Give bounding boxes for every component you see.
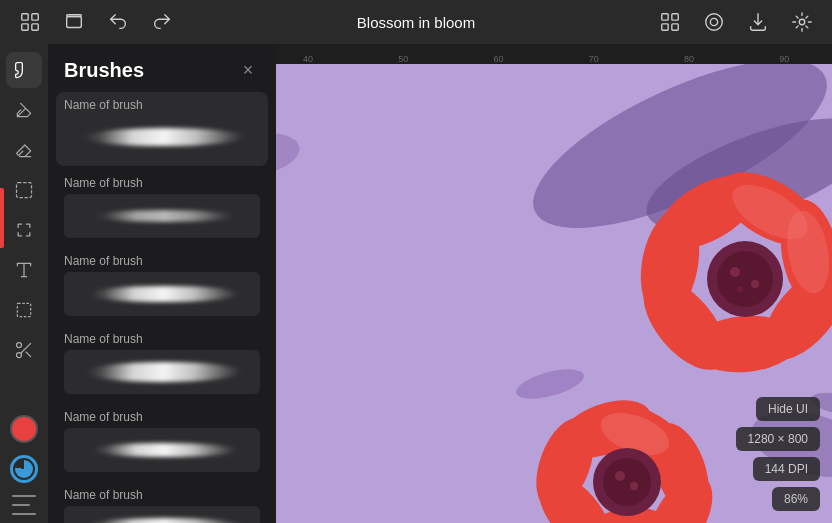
brush-list[interactable]: Name of brush Name of brush Name of brus… xyxy=(48,92,276,523)
slider-tool[interactable] xyxy=(12,495,36,515)
main-area: 20 30 40 50 60 70 80 90 xyxy=(0,44,832,523)
svg-rect-8 xyxy=(662,24,668,30)
svg-point-12 xyxy=(799,19,805,25)
brush-panel-header: Brushes × xyxy=(48,44,276,92)
brush-preview-1 xyxy=(64,116,260,160)
left-toolbar xyxy=(0,44,48,523)
resolution-badge: 1280 × 800 xyxy=(736,427,820,451)
svg-rect-14 xyxy=(17,303,30,316)
top-bar: Blossom in bloom xyxy=(0,0,832,44)
brush-stroke-5 xyxy=(91,443,237,457)
svg-rect-9 xyxy=(672,24,678,30)
brush-name-2: Name of brush xyxy=(64,176,260,190)
toolbar-right xyxy=(656,8,816,36)
brush-item-3[interactable]: Name of brush xyxy=(56,248,268,322)
svg-rect-6 xyxy=(662,14,668,20)
brush-name-3: Name of brush xyxy=(64,254,260,268)
ruler-mark-70: 70 xyxy=(546,54,641,64)
preview-button[interactable] xyxy=(700,8,728,36)
brush-name-6: Name of brush xyxy=(64,488,260,502)
selection-marquee-tool[interactable] xyxy=(6,292,42,328)
undo-button[interactable] xyxy=(104,8,132,36)
ruler-mark-50: 50 xyxy=(356,54,451,64)
svg-point-10 xyxy=(706,14,723,31)
svg-line-18 xyxy=(26,352,31,357)
svg-rect-1 xyxy=(32,14,38,20)
selection-tool[interactable] xyxy=(6,172,42,208)
brush-item-2[interactable]: Name of brush xyxy=(56,170,268,244)
ruler-mark-60: 60 xyxy=(451,54,546,64)
brush-item-5[interactable]: Name of brush xyxy=(56,404,268,478)
smudge-tool[interactable] xyxy=(6,92,42,128)
document-title: Blossom in bloom xyxy=(357,14,475,31)
svg-rect-5 xyxy=(67,15,82,17)
dpi-badge: 144 DPI xyxy=(753,457,820,481)
brush-stroke-2 xyxy=(94,210,235,222)
cut-tool[interactable] xyxy=(6,332,42,368)
loading-indicator xyxy=(10,455,38,483)
svg-point-49 xyxy=(615,471,625,481)
export-button[interactable] xyxy=(744,8,772,36)
brush-stroke-4 xyxy=(85,362,243,382)
settings-button[interactable] xyxy=(788,8,816,36)
color-picker[interactable] xyxy=(10,415,38,443)
redo-button[interactable] xyxy=(148,8,176,36)
transform-tool[interactable] xyxy=(6,212,42,248)
brush-item-6[interactable]: Name of brush xyxy=(56,482,268,523)
svg-point-15 xyxy=(17,343,22,348)
svg-rect-13 xyxy=(17,183,32,198)
toolbar-left xyxy=(16,8,176,36)
svg-rect-3 xyxy=(32,24,38,30)
brush-stroke-6 xyxy=(83,518,245,523)
brush-name-4: Name of brush xyxy=(64,332,260,346)
text-tool[interactable] xyxy=(6,252,42,288)
brush-preview-4 xyxy=(64,350,260,394)
brush-panel: Brushes × Name of brush Name of brush Na… xyxy=(48,44,276,523)
brush-item-4[interactable]: Name of brush xyxy=(56,326,268,400)
brush-preview-2 xyxy=(64,194,260,238)
layers-button[interactable] xyxy=(60,8,88,36)
svg-point-50 xyxy=(630,482,638,490)
grid-button[interactable] xyxy=(16,8,44,36)
brush-item-1[interactable]: Name of brush xyxy=(56,92,268,166)
hide-ui-badge[interactable]: Hide UI xyxy=(756,397,820,421)
svg-point-37 xyxy=(751,280,759,288)
brush-close-button[interactable]: × xyxy=(236,58,260,82)
brush-panel-title: Brushes xyxy=(64,59,144,82)
svg-rect-2 xyxy=(22,24,28,30)
red-accent xyxy=(0,188,4,248)
brush-preview-6 xyxy=(64,506,260,523)
brush-stroke-1 xyxy=(83,128,245,146)
brush-name-1: Name of brush xyxy=(64,98,260,112)
brush-name-5: Name of brush xyxy=(64,410,260,424)
gallery-button[interactable] xyxy=(656,8,684,36)
brush-preview-5 xyxy=(64,428,260,472)
ruler-mark-80: 80 xyxy=(642,54,737,64)
brush-stroke-3 xyxy=(89,286,240,302)
svg-point-38 xyxy=(737,286,743,292)
info-badges: Hide UI 1280 × 800 144 DPI 86% xyxy=(736,397,820,511)
brush-tool[interactable] xyxy=(6,52,42,88)
svg-rect-7 xyxy=(672,14,678,20)
eraser-tool[interactable] xyxy=(6,132,42,168)
svg-rect-0 xyxy=(22,14,28,20)
svg-rect-4 xyxy=(67,17,82,28)
svg-point-48 xyxy=(603,458,651,506)
svg-point-35 xyxy=(717,251,773,307)
brush-preview-3 xyxy=(64,272,260,316)
svg-point-36 xyxy=(730,267,740,277)
ruler-mark-90: 90 xyxy=(737,54,832,64)
zoom-badge: 86% xyxy=(772,487,820,511)
svg-point-11 xyxy=(710,18,717,25)
